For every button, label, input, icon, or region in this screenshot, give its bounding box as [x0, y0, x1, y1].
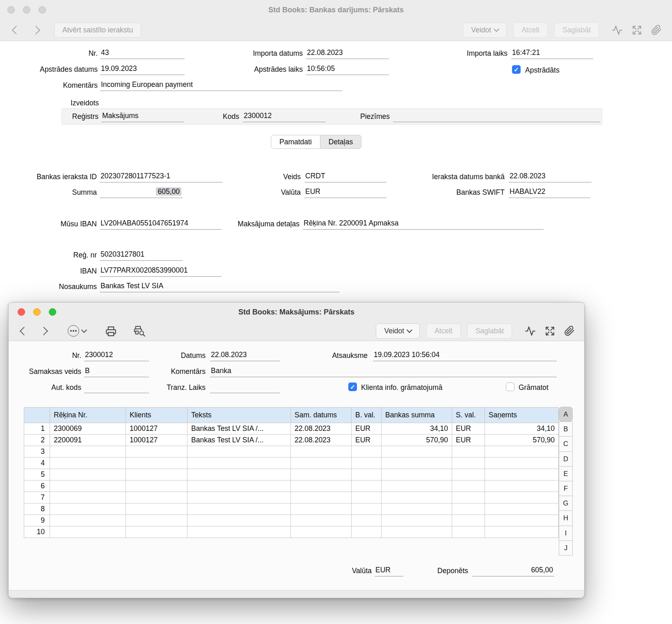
table-cell[interactable] [50, 458, 126, 469]
table-cell[interactable] [352, 469, 382, 481]
aut-kods-field[interactable] [84, 382, 149, 393]
komentars-field[interactable]: Banka [210, 366, 557, 377]
table-cell[interactable]: 2300069 [50, 423, 126, 435]
open-related-record-button[interactable]: Atvērt saistīto ierakstu [54, 23, 141, 38]
table-cell[interactable] [382, 458, 452, 469]
table-cell[interactable] [452, 515, 485, 526]
table-cell[interactable]: EUR [352, 435, 382, 446]
row-number-cell[interactable]: 2 [24, 435, 50, 446]
tab-pamatdati[interactable]: Pamatdati [271, 135, 320, 149]
forward-button[interactable] [29, 23, 43, 37]
table-cell[interactable] [126, 492, 187, 503]
expand-icon[interactable] [630, 23, 643, 36]
tab-detalas[interactable]: Detaļas [320, 135, 361, 149]
table-cell[interactable]: EUR [452, 423, 485, 435]
table-cell[interactable] [126, 469, 187, 481]
side-tab-e[interactable]: E [559, 466, 573, 481]
table-cell[interactable] [126, 446, 187, 458]
gramatot-checkbox[interactable] [506, 383, 514, 391]
tranz-laiks-field[interactable] [210, 382, 280, 393]
table-cell[interactable] [452, 526, 485, 538]
table-cell[interactable] [352, 446, 382, 458]
table-cell[interactable] [50, 492, 126, 503]
table-cell[interactable] [50, 481, 126, 492]
table-cell[interactable] [352, 526, 382, 538]
table-cell[interactable] [187, 492, 291, 503]
apstrades-laiks-field[interactable]: 10:56:05 [306, 64, 389, 75]
side-tab-i[interactable]: I [559, 526, 573, 541]
row-number-cell[interactable]: 1 [24, 423, 50, 435]
table-cell[interactable] [352, 481, 382, 492]
table-row[interactable]: 3 [24, 446, 559, 458]
table-cell[interactable] [452, 446, 485, 458]
more-options-button[interactable] [68, 325, 86, 337]
table-cell[interactable] [126, 458, 187, 469]
atcelt-button[interactable]: Atcelt [426, 323, 461, 339]
deponets-field[interactable]: 605,00 [472, 565, 554, 576]
table-cell[interactable] [485, 481, 559, 492]
table-cell[interactable] [291, 503, 352, 515]
table-cell[interactable] [452, 481, 485, 492]
side-tab-h[interactable]: H [559, 510, 573, 526]
side-tab-c[interactable]: C [559, 436, 573, 451]
header-klients[interactable]: Klients [126, 408, 187, 423]
datums-field[interactable]: 22.08.2023 [210, 350, 280, 361]
table-cell[interactable] [187, 469, 291, 481]
table-cell[interactable] [291, 492, 352, 503]
table-cell[interactable] [187, 458, 291, 469]
komentars-field[interactable]: Incoming European payment [100, 80, 342, 91]
table-cell[interactable] [291, 446, 352, 458]
piezimes-field[interactable] [393, 111, 600, 122]
table-cell[interactable] [352, 503, 382, 515]
table-row[interactable]: 222000911000127Bankas Test LV SIA /...22… [24, 435, 559, 446]
atsauksme-field[interactable]: 19.09.2023 10:56:04 [373, 350, 557, 361]
table-cell[interactable] [382, 469, 452, 481]
table-row[interactable]: 6 [24, 481, 559, 492]
table-cell[interactable] [382, 492, 452, 503]
table-cell[interactable] [291, 458, 352, 469]
importa-datums-field[interactable]: 22.08.2023 [306, 48, 389, 59]
table-cell[interactable]: 22.08.2023 [291, 423, 352, 435]
summa-field[interactable]: 605,00 [100, 187, 183, 198]
table-row[interactable]: 10 [24, 526, 559, 538]
row-number-cell[interactable]: 6 [24, 481, 50, 492]
side-tab-d[interactable]: D [559, 451, 573, 467]
table-cell[interactable] [382, 503, 452, 515]
paperclip-icon[interactable] [563, 324, 576, 337]
table-row[interactable]: 4 [24, 458, 559, 469]
row-number-cell[interactable]: 5 [24, 469, 50, 481]
table-cell[interactable] [485, 446, 559, 458]
table-cell[interactable] [50, 469, 126, 481]
table-cell[interactable] [50, 503, 126, 515]
table-row[interactable]: 9 [24, 515, 559, 526]
row-number-cell[interactable]: 7 [24, 492, 50, 503]
table-cell[interactable] [485, 492, 559, 503]
table-row[interactable]: 7 [24, 492, 559, 503]
table-cell[interactable] [50, 515, 126, 526]
table-cell[interactable]: 1000127 [126, 435, 187, 446]
header-teksts[interactable]: Teksts [187, 408, 291, 423]
table-cell[interactable]: 22.08.2023 [291, 435, 352, 446]
table-cell[interactable] [382, 515, 452, 526]
side-tab-f[interactable]: F [559, 481, 573, 496]
table-cell[interactable] [452, 492, 485, 503]
registrs-field[interactable]: Maksājums [101, 111, 184, 122]
saglabat-button[interactable]: Saglabāt [554, 23, 599, 38]
saglabat-button[interactable]: Saglabāt [467, 323, 512, 339]
table-cell[interactable] [352, 458, 382, 469]
back-button[interactable] [9, 23, 23, 37]
importa-laiks-field[interactable]: 16:47:21 [511, 48, 593, 59]
side-tab-b[interactable]: B [559, 421, 573, 437]
atcelt-button[interactable]: Atcelt [513, 23, 548, 38]
valuta-field[interactable]: EUR [375, 565, 403, 576]
table-cell[interactable] [126, 481, 187, 492]
table-cell[interactable] [452, 469, 485, 481]
back-button[interactable] [17, 324, 31, 338]
header-sam-datums[interactable]: Sam. datums [291, 408, 352, 423]
ieraksta-datums-banka-field[interactable]: 22.08.2023 [509, 171, 592, 182]
table-cell[interactable] [452, 458, 485, 469]
header-b-val[interactable]: B. val. [352, 408, 382, 423]
table-cell[interactable]: 570,90 [485, 435, 559, 446]
table-cell[interactable] [485, 469, 559, 481]
paperclip-icon[interactable] [650, 23, 663, 36]
